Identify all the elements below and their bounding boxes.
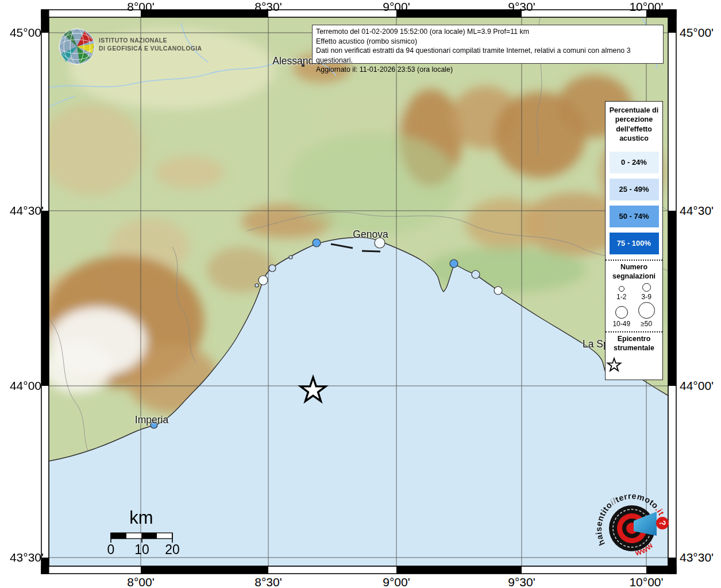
legend-count-symbols: 1-2 3-9 10-49 ≥50 [606,282,662,331]
count-circle-10-49 [615,306,628,319]
axis-tick-bottom: 9°30' [496,575,548,588]
report-marker [255,284,259,287]
axis-tick-right: 44°30' [680,204,721,218]
legend-title: Percentuale di percezione dell'effetto a… [606,102,662,146]
map-page: 8°00' 8°30' 9°00' 9°30' 10°00' 8°00' 8°3… [0,0,721,588]
city-label-genova: Genova [342,229,399,241]
axis-tick-right: 44°00' [680,379,721,393]
scale-unit: km [113,508,170,528]
event-info-line1: Terremoto del 01-02-2009 15:52:00 (ora l… [316,27,660,37]
city-label-imperia: Imperia [123,414,180,426]
axis-tick-left: 44°30' [0,204,44,218]
legend-class-swatch: 0 - 24% [610,152,659,173]
event-info-line2: Effetto acustico (rombo sismico) [316,37,660,47]
axis-tick-top: 9°00' [371,0,422,14]
axis-tick-top: 10°00' [620,0,672,14]
axis-tick-bottom: 10°00' [620,575,672,588]
report-marker [494,287,502,295]
axis-tick-bottom: 9°00' [371,575,422,588]
axis-tick-top: 9°30' [496,0,548,14]
axis-tick-left: 43°30' [0,551,44,564]
legend-class-swatch: 50 - 74% [610,206,659,227]
axis-tick-top: 8°00' [115,0,167,14]
axis-tick-bottom: 8°30' [242,575,294,588]
count-label: 1-2 [616,293,626,301]
legend-panel: Percentuale di percezione dell'effetto a… [605,101,663,380]
event-info-line4: Aggiornato il: 11-01-2026 23:53 (ora loc… [316,65,660,75]
axis-tick-right: 45°00' [680,26,721,40]
count-label: 3-9 [642,293,651,301]
count-circle-3-9 [642,283,651,292]
ingv-logo[interactable] [59,29,95,64]
legend-epicenter-title: Epicentro strumentale [606,332,662,354]
scale-tick: 10 [125,542,159,558]
scale-tick: 0 [94,542,128,558]
scale-tick: 20 [155,542,190,558]
legend-class-swatch: 75 - 100% [610,233,659,254]
report-marker [269,265,276,272]
report-marker [289,256,292,259]
axis-tick-bottom: 8°00' [115,575,167,588]
count-label: ≥50 [641,320,652,328]
star-icon [606,357,623,374]
event-info-line3: Dati non verificati estratti da 94 quest… [316,46,660,65]
report-marker [259,276,268,285]
legend-class-swatch: 25 - 49% [610,179,659,200]
report-marker [450,260,458,268]
axis-tick-top: 8°30' [242,0,294,14]
count-label: 10-49 [612,320,630,328]
legend-epicenter-symbol [606,354,662,380]
axis-tick-left: 44°00' [0,379,44,393]
haisentito-logo[interactable]: ? haisentitoilterremoto.it www. [589,485,675,571]
report-marker [472,270,480,278]
axis-tick-left: 45°00' [0,26,44,40]
axis-tick-right: 43°30' [680,551,721,564]
map-terrain [40,17,678,566]
ingv-wordmark: ISTITUTO NAZIONALE DI GEOFISICA E VULCAN… [99,36,202,52]
ingv-wordmark-line1: ISTITUTO NAZIONALE [99,36,202,44]
ingv-wordmark-line2: DI GEOFISICA E VULCANOLOGIA [99,44,202,52]
count-circle-1-2 [619,286,624,292]
legend-counts-title: Numero segnalazioni [606,261,662,282]
count-circle-50plus [638,302,655,319]
report-marker [313,239,321,247]
event-info-box: Terremoto del 01-02-2009 15:52:00 (ora l… [312,25,664,64]
